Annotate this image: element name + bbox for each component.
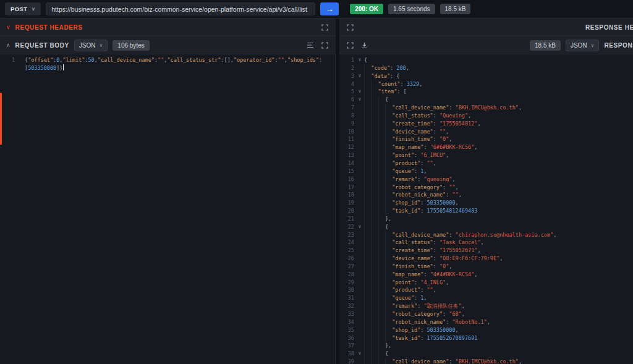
indent-guide <box>371 120 378 128</box>
indent-guide <box>371 231 378 239</box>
response-body-viewer[interactable]: 1∨{2"code": 200,3∨"data": {4"count": 332… <box>339 54 633 364</box>
indent-guide <box>371 326 378 334</box>
indent-guide <box>364 239 371 247</box>
send-button[interactable]: → <box>320 2 339 15</box>
code-text: "shop_id": 503350000, <box>364 326 633 334</box>
body-format-select[interactable]: JSON ∨ <box>74 40 108 51</box>
format-icon[interactable] <box>305 41 315 49</box>
indent-guide <box>364 143 371 151</box>
request-bar: POST ∨ → 200: OK 1.65 seconds 18.5 kB <box>0 0 633 19</box>
request-body-editor[interactable]: 1{"offset":0,"limit":50,"call_device_nam… <box>0 54 336 364</box>
method-label: POST <box>11 6 27 12</box>
indent-guide <box>378 326 385 334</box>
code-line: 4"count": 3329, <box>339 80 633 88</box>
method-select[interactable]: POST ∨ <box>5 2 41 15</box>
chevron-down-icon: ∨ <box>6 24 11 30</box>
indent-guide <box>371 318 378 326</box>
request-body-section[interactable]: ∧ REQUEST BODY JSON ∨ 106 bytes <box>0 36 336 54</box>
code-line: 11"finish_time": "0", <box>339 135 633 143</box>
indent-guide <box>378 231 385 239</box>
download-icon[interactable] <box>360 41 369 50</box>
response-headers-title: RESPONSE HEADERS <box>585 24 633 31</box>
line-number: 4 <box>339 80 355 88</box>
indent-guide <box>385 143 392 151</box>
line-number: 18 <box>339 191 355 199</box>
indent-guide <box>378 143 385 151</box>
request-panel: ∨ REQUEST HEADERS ∧ REQUEST BODY JSON ∨ … <box>0 19 336 364</box>
fold-spacer <box>355 255 364 263</box>
indent-guide <box>385 310 392 318</box>
url-input[interactable] <box>46 2 315 15</box>
response-format-select[interactable]: JSON ∨ <box>566 40 600 51</box>
indent-guide <box>378 286 385 294</box>
code-text: "device_name": "", <box>364 128 633 136</box>
chevron-down-icon: ∨ <box>32 6 35 12</box>
indent-guide <box>378 358 385 364</box>
api-client-window: POST ∨ → 200: OK 1.65 seconds 18.5 kB ∨ … <box>0 0 633 364</box>
indent-guide <box>371 96 378 104</box>
indent-guide <box>385 318 392 326</box>
fold-chevron-icon[interactable]: ∨ <box>355 72 364 80</box>
indent-guide <box>378 279 385 287</box>
indent-guide <box>364 279 371 287</box>
code-text: }, <box>364 215 633 223</box>
expand-icon[interactable] <box>320 41 329 50</box>
line-number: 27 <box>339 263 355 271</box>
fold-spacer <box>355 80 364 88</box>
code-line: 6∨{ <box>339 96 633 104</box>
response-headers-section[interactable]: RESPONSE HEADERS <box>339 19 633 36</box>
indent-guide <box>364 191 371 199</box>
request-headers-section[interactable]: ∨ REQUEST HEADERS <box>0 19 336 36</box>
fold-chevron-icon[interactable]: ∨ <box>355 350 364 358</box>
indent-guide <box>378 239 385 247</box>
indent-guide <box>371 239 378 247</box>
indent-guide <box>378 191 385 199</box>
fold-spacer <box>355 302 364 310</box>
fold-spacer <box>355 318 364 326</box>
line-number: 9 <box>339 120 355 128</box>
indent-guide <box>364 263 371 271</box>
indent-guide <box>385 239 392 247</box>
expand-icon[interactable] <box>346 23 355 32</box>
fold-spacer <box>355 112 364 120</box>
indent-guide <box>371 263 378 271</box>
chevron-up-icon: ∧ <box>6 42 11 48</box>
fold-chevron-icon[interactable]: ∨ <box>355 223 364 231</box>
response-panel: RESPONSE HEADERS 18.5 kB JSON ∨ RESPONSE <box>339 19 633 364</box>
fold-chevron-icon[interactable]: ∨ <box>355 88 364 96</box>
fold-chevron-icon[interactable]: ∨ <box>355 96 364 104</box>
code-line: 27"finish_time": "0", <box>339 263 633 271</box>
active-section-indicator <box>0 93 2 145</box>
fold-spacer <box>355 151 364 159</box>
indent-guide <box>371 279 378 287</box>
line-number: 25 <box>339 247 355 255</box>
text-cursor <box>63 64 64 70</box>
indent-guide <box>378 207 385 215</box>
line-number: 39 <box>339 358 355 364</box>
line-number: 36 <box>339 334 355 342</box>
indent-guide <box>371 207 378 215</box>
expand-icon[interactable] <box>346 41 355 50</box>
fold-spacer <box>355 279 364 287</box>
indent-guide <box>371 184 378 192</box>
line-number: 19 <box>339 199 355 207</box>
indent-guide <box>364 64 371 72</box>
response-body-lines: 1∨{2"code": 200,3∨"data": {4"count": 332… <box>339 56 633 364</box>
fold-spacer <box>355 239 364 247</box>
indent-guide <box>371 128 378 136</box>
code-line: 14"product": "", <box>339 159 633 167</box>
fold-chevron-icon[interactable]: ∨ <box>355 56 364 64</box>
indent-guide <box>378 159 385 167</box>
fold-spacer <box>355 135 364 143</box>
code-text: "count": 3329, <box>364 80 633 88</box>
indent-guide <box>371 112 378 120</box>
code-text: "task_id": 1755054812469483 <box>364 207 633 215</box>
expand-icon[interactable] <box>320 23 329 32</box>
line-number: 17 <box>339 184 355 192</box>
request-body-lines: 1{"offset":0,"limit":50,"call_device_nam… <box>0 56 335 72</box>
code-line: 24"call_status": "Task_Cancel", <box>339 239 633 247</box>
code-line: 31"queue": 1, <box>339 294 633 302</box>
fold-spacer <box>355 342 364 350</box>
code-text: "finish_time": "0", <box>364 135 633 143</box>
line-number: 12 <box>339 143 355 151</box>
